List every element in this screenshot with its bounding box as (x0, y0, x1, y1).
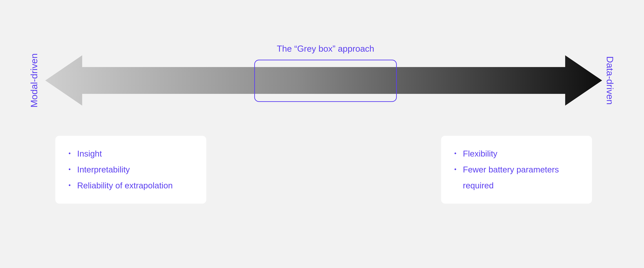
grey-box-label: The “Grey box” approach (254, 43, 397, 54)
list-item: Fewer battery parameters required (454, 162, 580, 194)
list-item: Flexibility (454, 146, 580, 162)
data-driven-attributes-list: Flexibility Fewer battery parameters req… (454, 146, 580, 194)
data-driven-attributes-card: Flexibility Fewer battery parameters req… (441, 136, 592, 204)
model-driven-attributes-card: Insight Interpretability Reliability of … (55, 136, 206, 204)
list-item: Interpretability (69, 162, 194, 178)
diagram-canvas: The “Grey box” approach Modal-driven Dat… (0, 0, 644, 268)
model-driven-attributes-list: Insight Interpretability Reliability of … (69, 146, 194, 194)
axis-label-right: Data-driven (604, 56, 616, 105)
axis-label-left: Modal-driven (28, 53, 40, 108)
grey-box-outline (254, 60, 397, 102)
list-item: Reliability of extrapolation (69, 178, 194, 194)
list-item: Insight (69, 146, 194, 162)
